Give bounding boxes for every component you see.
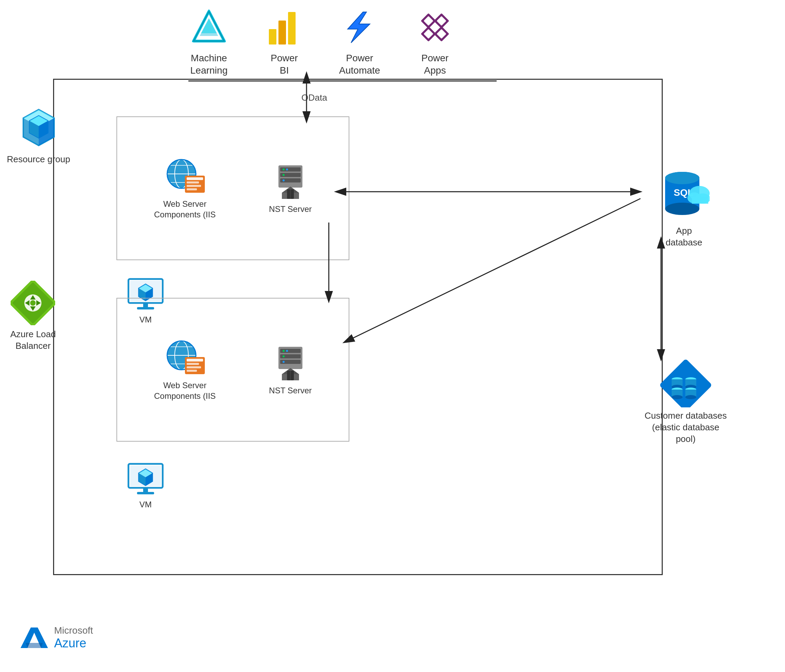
svg-point-53 [283, 179, 285, 181]
resource-group-text: Resource group [7, 154, 70, 165]
machine-learning-icon [188, 7, 230, 48]
web-server-top-icon [163, 157, 207, 195]
svg-rect-75 [187, 366, 201, 368]
load-balancer: Azure LoadBalancer [10, 281, 56, 352]
diagram-container: MachineLearning PowerBI [0, 0, 785, 672]
power-bi-icon [264, 7, 305, 48]
svg-rect-95 [143, 488, 148, 492]
svg-point-99 [665, 203, 699, 215]
nst-server-bottom: NST Server [269, 343, 312, 396]
svg-point-118 [685, 395, 696, 399]
svg-rect-74 [187, 363, 199, 365]
web-server-bottom-label: Web ServerComponents (IIS [154, 380, 216, 401]
azure-azure-text: Azure [54, 636, 93, 650]
svg-marker-122 [26, 643, 43, 648]
svg-point-84 [283, 361, 285, 363]
azure-logo-text: Microsoft Azure [54, 625, 93, 650]
power-apps-label: PowerApps [421, 52, 448, 77]
machine-learning-label: MachineLearning [191, 52, 228, 77]
load-balancer-text: Azure LoadBalancer [10, 329, 56, 352]
svg-rect-7 [288, 12, 296, 45]
svg-rect-105 [692, 197, 708, 204]
svg-point-100 [665, 172, 699, 184]
nst-server-top-icon [272, 162, 309, 200]
svg-rect-6 [278, 20, 286, 45]
service-power-bi: PowerBI [264, 7, 305, 77]
svg-point-82 [283, 355, 285, 357]
resource-group-icon [16, 106, 61, 151]
power-automate-label: PowerAutomate [339, 52, 380, 77]
app-database-label: Appdatabase [666, 225, 702, 248]
svg-rect-96 [137, 492, 154, 494]
azure-logo: Microsoft Azure [20, 624, 93, 652]
app-database-icon: SQL [658, 168, 710, 223]
service-power-apps: PowerApps [414, 7, 455, 77]
svg-rect-42 [187, 177, 203, 180]
nst-server-bottom-label: NST Server [269, 385, 312, 396]
resource-group: Resource group [7, 106, 70, 165]
nst-server-top-label: NST Server [269, 204, 312, 214]
server-box-top: Web ServerComponents (IIS [116, 116, 349, 260]
svg-rect-73 [187, 359, 203, 362]
server-box-top-content: Web ServerComponents (IIS [117, 117, 349, 259]
web-server-top-label: Web ServerComponents (IIS [154, 198, 216, 220]
svg-point-51 [283, 174, 285, 176]
svg-rect-8 [269, 29, 277, 45]
svg-point-80 [286, 350, 288, 352]
server-box-bottom-content: Web ServerComponents (IIS [117, 298, 349, 441]
vm-bottom-label: VM [139, 500, 152, 509]
customer-databases-label: Customer databases(elastic databasepool) [644, 410, 727, 445]
load-balancer-icon [11, 281, 55, 325]
svg-point-49 [286, 168, 288, 170]
azure-logo-icon [20, 624, 48, 652]
server-box-bottom: Web ServerComponents (IIS [116, 298, 349, 441]
power-automate-icon [339, 7, 380, 48]
svg-point-115 [672, 395, 683, 399]
web-server-top: Web ServerComponents (IIS [154, 157, 216, 220]
nst-server-bottom-icon [272, 343, 309, 381]
svg-rect-43 [187, 181, 199, 184]
svg-rect-76 [187, 370, 197, 372]
power-bi-label: PowerBI [271, 52, 298, 77]
web-server-bottom-icon [163, 338, 207, 376]
azure-microsoft-text: Microsoft [54, 625, 93, 636]
top-services-row: MachineLearning PowerBI [188, 7, 455, 77]
customer-databases: Customer databases(elastic databasepool) [644, 359, 727, 445]
svg-point-48 [283, 168, 285, 170]
service-machine-learning: MachineLearning [188, 7, 230, 77]
app-database: SQL Appdatabase [658, 168, 710, 248]
vm-bottom: VM [127, 462, 164, 509]
vm-bottom-icon [127, 462, 164, 496]
power-apps-icon [414, 7, 455, 48]
svg-rect-44 [187, 185, 201, 187]
web-server-bottom: Web ServerComponents (IIS [154, 338, 216, 401]
svg-rect-45 [187, 188, 197, 190]
service-power-automate: PowerAutomate [339, 7, 380, 77]
nst-server-top: NST Server [269, 162, 312, 214]
svg-point-79 [283, 350, 285, 352]
customer-databases-icon [660, 359, 712, 407]
svg-point-34 [30, 300, 36, 306]
